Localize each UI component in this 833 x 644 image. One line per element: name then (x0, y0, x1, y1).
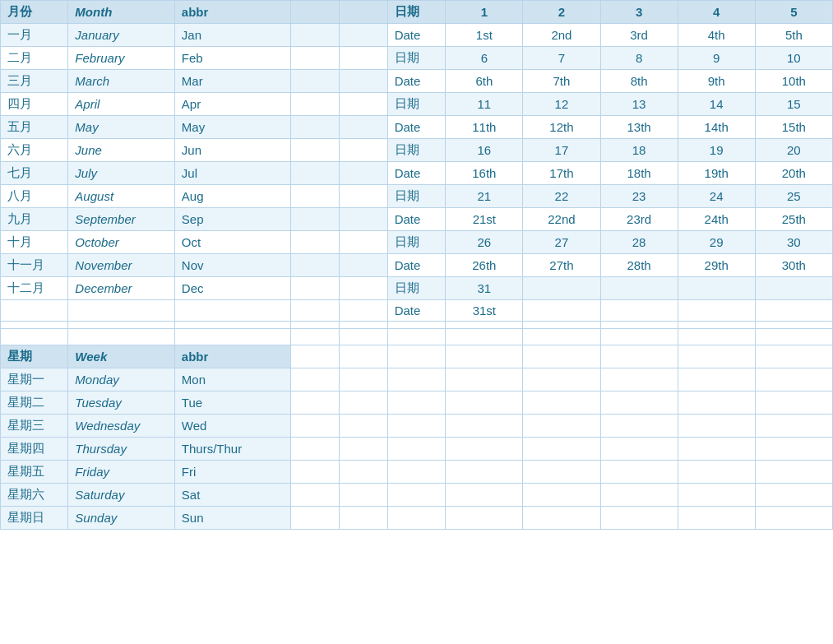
week-cell (755, 507, 832, 530)
month-chinese-cell: 二月 (1, 47, 68, 70)
week-cell: Mon (174, 368, 290, 391)
week-cell: 星期三 (1, 415, 68, 438)
date-value-cell: 17 (523, 139, 600, 162)
week-cell (600, 438, 678, 461)
week-cell (291, 461, 340, 484)
date-label-cell: Date (387, 116, 446, 139)
month-english-cell: August (68, 185, 174, 208)
date-value-cell: 17th (523, 162, 600, 185)
month-chinese-cell: 六月 (1, 139, 68, 162)
date-value-cell: 15th (755, 116, 832, 139)
week-data-row: 星期四ThursdayThurs/Thur (1, 438, 833, 461)
date-value-cell: 26 (446, 231, 523, 254)
empty-col2-header (339, 1, 387, 24)
week-cell (339, 507, 387, 530)
week-cell (387, 391, 446, 415)
date-value-cell: 23rd (600, 208, 678, 231)
date-value-cell (600, 322, 678, 329)
week-cell (755, 368, 832, 391)
date-value-cell: 31 (446, 277, 523, 300)
empty-col1 (291, 231, 340, 254)
date-label-cell: Date (387, 24, 446, 47)
week-cell (387, 415, 446, 438)
empty-col1 (291, 322, 340, 329)
data-row: 二月FebruaryFeb日期678910 (1, 47, 833, 70)
week-header-cell (600, 345, 678, 368)
empty-col2 (339, 277, 387, 300)
week-header-cell: Week (68, 345, 174, 368)
empty-col1 (291, 208, 340, 231)
date-col3-header: 3 (600, 1, 678, 24)
month-english-header: Month (68, 1, 174, 24)
week-cell (523, 368, 600, 391)
separator-cell (523, 329, 600, 345)
date-value-cell: 31st (446, 300, 523, 322)
separator-row (1, 329, 833, 345)
data-row: 十一月NovemberNovDate26th27th28th29th30th (1, 254, 833, 277)
week-cell (291, 438, 340, 461)
date-value-cell: 7th (523, 70, 600, 93)
data-row: 三月MarchMarDate6th7th8th9th10th (1, 70, 833, 93)
date-value-cell: 24th (678, 208, 755, 231)
week-header-cell (339, 345, 387, 368)
week-cell (523, 391, 600, 415)
empty-col1 (291, 116, 340, 139)
date-value-cell: 29th (678, 254, 755, 277)
week-cell: Tuesday (68, 391, 174, 415)
week-cell (339, 461, 387, 484)
empty-col1 (291, 162, 340, 185)
week-cell (755, 391, 832, 415)
date-value-cell: 20th (755, 162, 832, 185)
empty-col2 (339, 47, 387, 70)
date-col2-header: 2 (523, 1, 600, 24)
week-cell: 星期日 (1, 507, 68, 530)
week-cell (339, 391, 387, 415)
month-chinese-cell: 十月 (1, 231, 68, 254)
week-cell (446, 438, 523, 461)
date-label-cell: 日期 (387, 93, 446, 116)
separator-cell (1, 329, 68, 345)
month-abbr-cell (174, 300, 290, 322)
month-abbr-cell: Apr (174, 93, 290, 116)
empty-col2 (339, 70, 387, 93)
empty-col1 (291, 254, 340, 277)
week-cell (678, 484, 755, 507)
month-english-cell: September (68, 208, 174, 231)
date-value-cell: 3rd (600, 24, 678, 47)
month-chinese-cell: 五月 (1, 116, 68, 139)
date-value-cell: 10th (755, 70, 832, 93)
date-value-cell: 23 (600, 185, 678, 208)
week-cell: Friday (68, 461, 174, 484)
week-header-cell (387, 345, 446, 368)
empty-col2 (339, 116, 387, 139)
date-value-cell: 9 (678, 47, 755, 70)
month-english-cell (68, 300, 174, 322)
separator-cell (291, 329, 340, 345)
data-row: 十月OctoberOct日期2627282930 (1, 231, 833, 254)
date-value-cell: 8th (600, 70, 678, 93)
week-cell (339, 484, 387, 507)
week-header-cell (755, 345, 832, 368)
week-cell (339, 368, 387, 391)
week-header-cell (291, 345, 340, 368)
header-row: 月份 Month abbr 日期 1 2 3 4 5 (1, 1, 833, 24)
week-cell (600, 484, 678, 507)
data-row: 十二月DecemberDec日期31 (1, 277, 833, 300)
week-cell (291, 368, 340, 391)
month-abbr-cell: Mar (174, 70, 290, 93)
separator-cell (339, 329, 387, 345)
week-cell (446, 415, 523, 438)
empty-col2 (339, 162, 387, 185)
week-cell (446, 484, 523, 507)
week-cell (678, 507, 755, 530)
date-value-cell: 27th (523, 254, 600, 277)
week-cell (755, 461, 832, 484)
date-value-cell (600, 300, 678, 322)
week-cell (600, 415, 678, 438)
week-cell (678, 391, 755, 415)
date-value-cell: 25th (755, 208, 832, 231)
week-data-row: 星期三WednesdayWed (1, 415, 833, 438)
week-cell (291, 484, 340, 507)
week-cell (291, 391, 340, 415)
month-chinese-cell: 九月 (1, 208, 68, 231)
